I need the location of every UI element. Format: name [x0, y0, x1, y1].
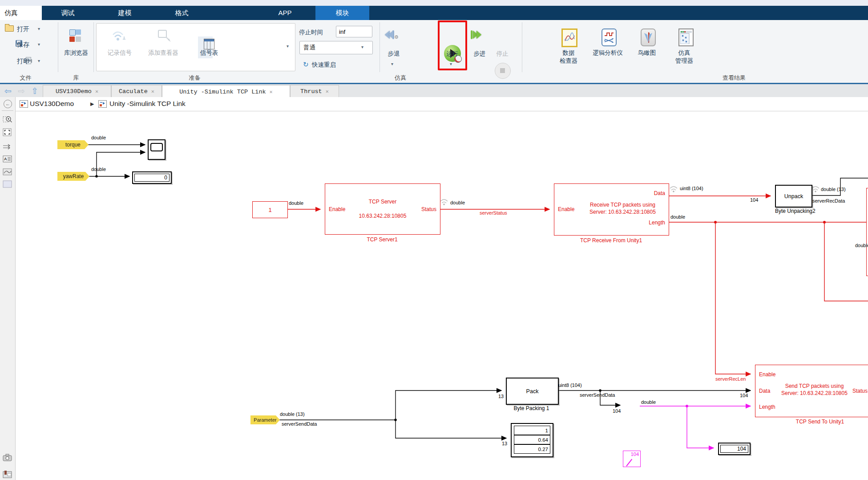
tcp-server-block[interactable]: TCP Server 10.63.242.28:10805 Enable Sta…	[325, 183, 440, 235]
signal-name-label[interactable]: serverStatus	[480, 210, 507, 216]
signal-width-label: 13	[502, 441, 507, 446]
display-block[interactable]: 0	[132, 171, 172, 184]
block-name-byte-packing1: Byte Packing 1	[506, 405, 557, 411]
display-value: 0	[134, 174, 170, 182]
scope-screen-icon	[150, 143, 163, 151]
block-name-tcp-receive: TCP Receive From Unity1	[554, 237, 668, 244]
signal-width-value: 104	[631, 452, 639, 457]
signal-type-label: double	[91, 167, 106, 172]
port-enable: Enable	[759, 371, 775, 378]
vector-display-block[interactable]: 1 0.64 0.27	[511, 423, 553, 457]
goto-tag-yawrate[interactable]: yawRate	[57, 172, 89, 181]
signal-type-label: double	[450, 200, 465, 205]
display-row: 0.64	[514, 435, 550, 444]
signal-width-label: 104	[613, 408, 621, 414]
signal-type-label: double	[289, 200, 303, 206]
signal-name-label[interactable]: serverSendData	[282, 421, 317, 427]
block-name-byte-unpacking2: Byte Unpacking2	[775, 208, 811, 214]
signal-type-label: uint8 (104)	[558, 382, 582, 388]
block-address: Server: 10.63.242.28:10805	[780, 390, 849, 396]
signal-width-label: 13	[498, 394, 504, 399]
goto-tag-torque[interactable]: torque	[57, 140, 89, 149]
port-enable: Enable	[329, 206, 345, 212]
length-display-block[interactable]: 104	[718, 443, 751, 455]
signal-type-label: double (13)	[280, 411, 305, 417]
block-title: TCP Server	[325, 199, 440, 205]
signal-type-label: double	[91, 135, 106, 140]
wire-parameter-display[interactable]	[396, 420, 506, 438]
display-row: 1	[514, 426, 550, 435]
port-enable: Enable	[558, 206, 574, 212]
clipped-block-right-edge[interactable]	[866, 188, 868, 276]
port-data: Data	[654, 190, 665, 196]
signal-type-label: double	[670, 214, 685, 220]
wire-parameter-pack[interactable]	[396, 391, 501, 420]
wire-serverreclen[interactable]	[715, 222, 751, 374]
block-title: Receive TCP packets using	[580, 202, 665, 208]
block-name-tcp-server1: TCP Server1	[325, 236, 440, 243]
signal-type-label: double (13)	[821, 187, 846, 192]
goto-tag-parameter[interactable]: Parameter	[250, 415, 280, 424]
signal-width-block[interactable]: 104	[623, 451, 641, 467]
block-title: Send TCP packets using	[780, 383, 849, 389]
port-length: Length	[649, 220, 665, 226]
signal-type-label: double	[641, 399, 656, 405]
block-name-tcp-send: TCP Send To Unity1	[770, 419, 868, 425]
wire-length-branch[interactable]	[824, 222, 868, 301]
wire-width-display[interactable]	[687, 406, 714, 448]
scope-block[interactable]	[148, 139, 166, 160]
display-value: 104	[720, 445, 748, 453]
pack-block[interactable]: Pack	[506, 378, 559, 405]
block-address: Server: 10.63.242.28:10805	[580, 209, 665, 215]
port-length: Length	[759, 404, 775, 410]
port-status: Status	[852, 388, 868, 394]
block-address: 10.63.242.28:10805	[325, 213, 440, 219]
simulink-window: { "glyphs": { "caret": "▾", "crumb_sep":…	[0, 0, 868, 480]
constant-block[interactable]: 1	[252, 201, 288, 218]
run-highlight-rectangle	[438, 20, 467, 70]
unpack-block[interactable]: Unpack	[775, 185, 812, 207]
port-data: Data	[759, 388, 770, 394]
signal-width-label: 104	[740, 393, 748, 398]
signal-type-label: double	[855, 243, 868, 248]
tcp-send-block[interactable]: Enable Data Length Send TCP packets usin…	[755, 365, 868, 417]
port-status: Status	[421, 206, 436, 212]
signal-name-label[interactable]: serverSendData	[580, 392, 615, 398]
tcp-receive-block[interactable]: Enable Receive TCP packets using Server:…	[554, 183, 669, 236]
signal-type-label: uint8 (104)	[680, 186, 703, 191]
signal-width-label: 104	[750, 197, 758, 203]
signal-name-label[interactable]: serverRecLen	[715, 376, 746, 382]
display-row: 0.27	[514, 444, 550, 454]
signal-name-label[interactable]: serverRecData	[812, 198, 845, 203]
